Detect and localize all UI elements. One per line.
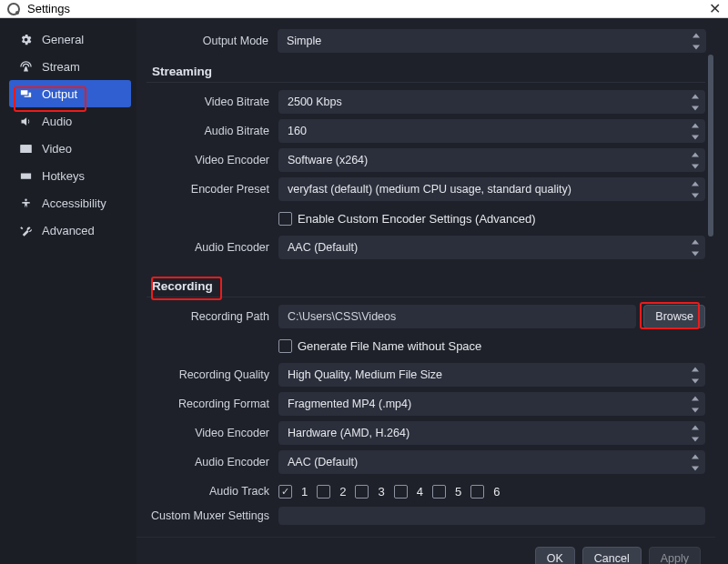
filename-no-space-checkbox[interactable] (278, 339, 292, 353)
video-encoder-label: Video Encoder (147, 154, 278, 166)
audio-track-checkbox-1[interactable] (278, 485, 292, 499)
ok-button[interactable]: OK (535, 547, 575, 565)
titlebar: Settings ✕ (0, 0, 728, 18)
tools-icon (18, 223, 33, 237)
browse-button-label: Browse (655, 310, 693, 323)
video-encoder-select[interactable]: Software (x264) (278, 148, 705, 172)
audio-bitrate-select[interactable]: 160 (278, 119, 705, 143)
accessibility-icon (18, 196, 33, 210)
sidebar-item-hotkeys[interactable]: Hotkeys (9, 162, 131, 189)
sidebar-item-video[interactable]: Video (9, 135, 131, 162)
ok-button-label: OK (547, 552, 563, 565)
video-bitrate-label: Video Bitrate (147, 96, 278, 108)
streaming-heading: Streaming (147, 57, 705, 84)
sidebar-item-stream[interactable]: Stream (9, 53, 131, 80)
audio-icon (18, 114, 33, 128)
window-title: Settings (27, 2, 70, 15)
output-mode-value: Simple (287, 35, 321, 47)
sidebar-item-output[interactable]: Output (9, 80, 131, 107)
recording-audio-encoder-select[interactable]: AAC (Default) (278, 450, 705, 474)
output-mode-select[interactable]: Simple (278, 29, 706, 53)
signal-icon (18, 59, 33, 74)
sidebar-item-label: Hotkeys (42, 169, 85, 183)
audio-bitrate-label: Audio Bitrate (147, 125, 278, 137)
encoder-preset-label: Encoder Preset (147, 183, 278, 196)
sidebar-item-label: Stream (42, 60, 80, 74)
audio-track-checkbox-4[interactable] (394, 485, 408, 499)
output-icon (18, 86, 33, 101)
audio-track-group: 123456 (278, 485, 705, 499)
recording-video-encoder-label: Video Encoder (147, 427, 278, 439)
recording-audio-encoder-value: AAC (Default) (288, 456, 358, 468)
recording-audio-encoder-label: Audio Encoder (147, 456, 278, 468)
sidebar-item-label: Accessibility (42, 196, 106, 210)
video-encoder-value: Software (x264) (288, 154, 368, 166)
audio-track-checkbox-5[interactable] (432, 485, 446, 499)
recording-video-encoder-value: Hardware (AMD, H.264) (288, 427, 410, 439)
custom-encoder-label: Enable Custom Encoder Settings (Advanced… (298, 212, 536, 226)
recording-format-select[interactable]: Fragmented MP4 (.mp4) (278, 392, 705, 416)
keyboard-icon (18, 168, 33, 183)
audio-track-checkbox-3[interactable] (355, 485, 369, 499)
custom-muxer-label: Custom Muxer Settings (147, 509, 278, 522)
filename-no-space-label: Generate File Name without Space (298, 339, 481, 353)
audio-track-label: Audio Track (147, 485, 278, 498)
output-mode-label: Output Mode (146, 35, 278, 47)
video-bitrate-input[interactable]: 2500 Kbps (278, 90, 705, 114)
audio-track-checkbox-2[interactable] (317, 485, 330, 499)
sidebar-item-label: Output (42, 87, 77, 101)
streaming-audio-encoder-select[interactable]: AAC (Default) (278, 236, 705, 259)
cancel-button[interactable]: Cancel (582, 547, 642, 565)
recording-video-encoder-select[interactable]: Hardware (AMD, H.264) (278, 421, 705, 445)
audio-track-number: 4 (417, 485, 423, 499)
streaming-audio-encoder-label: Audio Encoder (147, 241, 278, 254)
audio-bitrate-value: 160 (288, 125, 307, 137)
streaming-group: Streaming Video Bitrate 2500 Kbps Audio … (146, 56, 706, 264)
sidebar: General Stream Output Audio Video Hotkey… (0, 18, 136, 564)
audio-track-number: 1 (301, 485, 308, 499)
scroll-area[interactable]: Output Mode Simple Streaming Video Bitra… (136, 27, 715, 537)
custom-encoder-checkbox[interactable] (278, 212, 292, 226)
scrollbar-thumb[interactable] (708, 55, 713, 237)
sidebar-item-audio[interactable]: Audio (9, 107, 131, 135)
recording-format-label: Recording Format (147, 398, 278, 410)
recording-path-value: C:\Users\CSS\Videos (288, 310, 396, 323)
browse-button[interactable]: Browse (643, 305, 705, 328)
encoder-preset-select[interactable]: veryfast (default) (medium CPU usage, st… (278, 177, 705, 201)
encoder-preset-value: veryfast (default) (medium CPU usage, st… (288, 183, 571, 196)
recording-quality-label: Recording Quality (147, 368, 278, 381)
sidebar-item-label: Audio (42, 115, 72, 128)
sidebar-item-general[interactable]: General (9, 25, 131, 53)
recording-path-label: Recording Path (147, 310, 278, 323)
recording-quality-value: High Quality, Medium File Size (288, 368, 442, 381)
close-icon[interactable]: ✕ (709, 0, 721, 17)
apply-button-label: Apply (661, 552, 689, 565)
video-icon (18, 141, 33, 156)
settings-main: Output Mode Simple Streaming Video Bitra… (136, 18, 728, 564)
sidebar-item-label: Advanced (42, 224, 95, 237)
footer: OK Cancel Apply (136, 537, 715, 564)
gear-icon (18, 32, 33, 46)
streaming-audio-encoder-value: AAC (Default) (288, 241, 358, 254)
recording-heading: Recording (147, 274, 218, 298)
recording-path-input[interactable]: C:\Users\CSS\Videos (278, 305, 636, 328)
apply-button[interactable]: Apply (649, 547, 701, 565)
recording-group: Recording Recording Path C:\Users\CSS\Vi… (146, 273, 706, 528)
audio-track-number: 6 (493, 485, 500, 499)
sidebar-item-label: Video (42, 142, 72, 156)
audio-track-number: 2 (339, 485, 346, 499)
audio-track-number: 3 (378, 485, 384, 499)
audio-track-number: 5 (455, 485, 461, 499)
recording-quality-select[interactable]: High Quality, Medium File Size (278, 363, 705, 387)
sidebar-item-advanced[interactable]: Advanced (9, 217, 131, 244)
sidebar-item-accessibility[interactable]: Accessibility (9, 189, 131, 217)
recording-format-value: Fragmented MP4 (.mp4) (288, 398, 411, 410)
custom-muxer-input[interactable] (278, 507, 705, 525)
app-icon (7, 3, 20, 15)
sidebar-item-label: General (42, 33, 84, 46)
cancel-button-label: Cancel (594, 552, 630, 565)
video-bitrate-value: 2500 Kbps (288, 96, 342, 108)
audio-track-checkbox-6[interactable] (470, 485, 484, 499)
